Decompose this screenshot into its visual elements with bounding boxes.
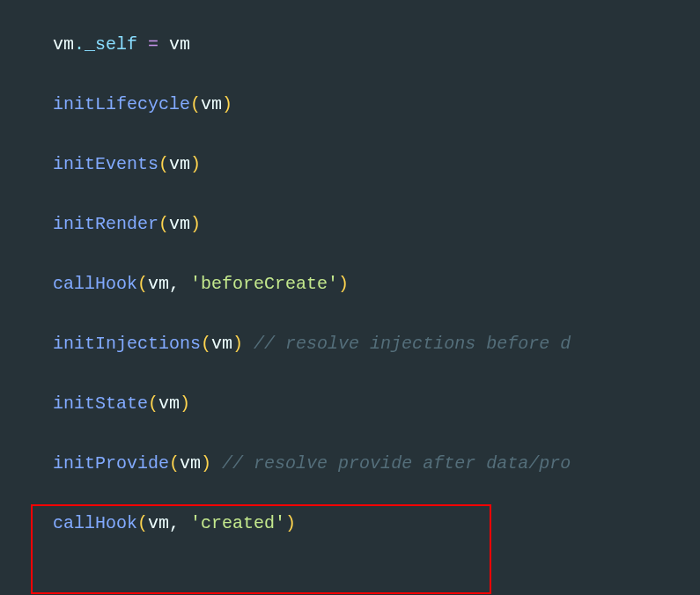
code-line: initEvents(vm) [18, 150, 700, 180]
code-line: callHook(vm, 'created') [18, 509, 700, 539]
code-line: vm._self = vm [18, 30, 700, 60]
code-line [18, 569, 700, 595]
code-line: initRender(vm) [18, 209, 700, 239]
code-block: vm._self = vm initLifecycle(vm) initEven… [0, 0, 700, 595]
code-line: initLifecycle(vm) [18, 90, 700, 120]
code-line: callHook(vm, 'beforeCreate') [18, 269, 700, 299]
code-line: initInjections(vm) // resolve injections… [18, 329, 700, 359]
code-line: initState(vm) [18, 389, 700, 419]
code-line: initProvide(vm) // resolve provide after… [18, 449, 700, 479]
